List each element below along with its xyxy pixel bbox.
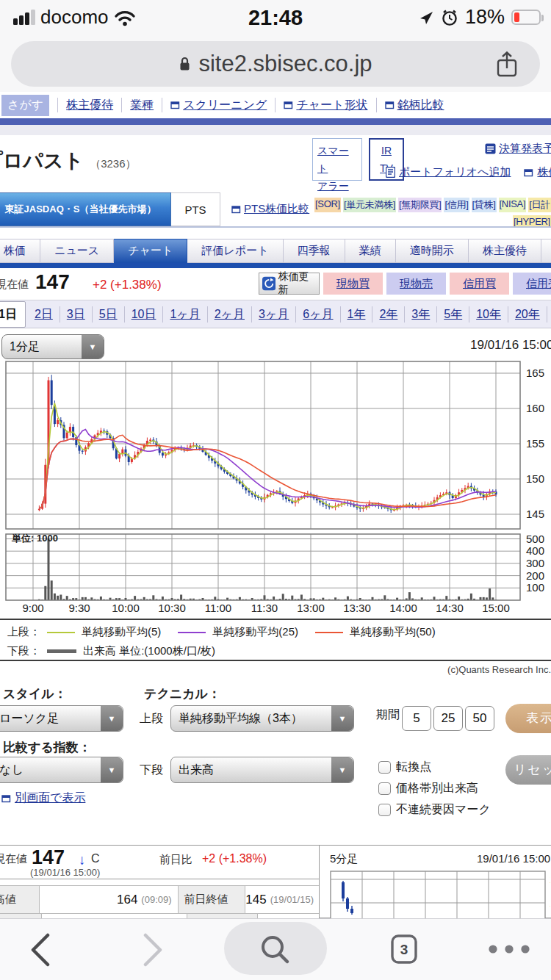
page-tab-0[interactable]: 株価 [0, 239, 40, 263]
period-option-7[interactable]: 3ヶ月 [252, 306, 296, 323]
ma-name: 単純移動平均(5) [82, 625, 161, 639]
trade-button-2[interactable]: 信用買 [450, 273, 509, 295]
chart-legend: 上段：単純移動平均(5)単純移動平均(25)単純移動平均(50) 下段： 出来高… [0, 619, 551, 661]
legend-upper-label: 上段： [7, 625, 40, 639]
ma-name: 単純移動平均(50) [350, 625, 436, 639]
share-icon[interactable] [494, 50, 519, 79]
style-label: スタイル： [3, 685, 67, 702]
period-option-4[interactable]: 10日 [125, 306, 164, 323]
open-in-new-window-link[interactable]: 別画面で表示 [1, 790, 85, 806]
address-bar[interactable]: site2.sbisec.co.jp [11, 41, 540, 87]
search-button[interactable] [224, 922, 327, 975]
period-option-12[interactable]: 5年 [437, 306, 469, 323]
nav-item-2[interactable]: 業種 [130, 98, 154, 113]
earnings-link-label[interactable]: 決算発表予定 [499, 142, 551, 156]
period-option-9[interactable]: 1年 [341, 306, 373, 323]
period-input-1[interactable]: 25 [433, 706, 463, 731]
svg-text:165: 165 [526, 367, 544, 379]
chevron-down-icon: ▼ [331, 757, 353, 782]
nav-item-4[interactable]: チャート形状 [284, 98, 367, 113]
prev-close-label-cell: 前日終値 [179, 886, 246, 913]
period-option-2[interactable]: 3日 [60, 306, 93, 323]
market-badge: [単元未満株] [343, 198, 396, 212]
pts-compare-label[interactable]: PTS株価比較 [244, 202, 309, 216]
page-tab-4[interactable]: 四季報 [284, 239, 345, 263]
period-option-5[interactable]: 1ヶ月 [163, 306, 207, 323]
chart-options: 転換点価格帯別出来高不連続要因マーク [378, 757, 491, 821]
refresh-quote-button[interactable]: 株価更新 [259, 273, 320, 295]
volume-swatch [47, 649, 76, 653]
checkbox-icon[interactable] [378, 804, 391, 816]
current-price-value: 147 [35, 270, 70, 294]
period-option-11[interactable]: 3年 [405, 306, 437, 323]
market-tab-row: 東証JASDAQ・S（当社優先市場） PTS PTS株価比較 [SOR][単元未… [0, 192, 551, 226]
checkbox-icon[interactable] [378, 782, 391, 795]
smart-alert-line1[interactable]: スマート [317, 142, 357, 177]
market-tab-pts[interactable]: PTS [171, 192, 220, 226]
period-option-0[interactable]: 1日 [0, 301, 26, 328]
period-option-13[interactable]: 10年 [469, 306, 508, 323]
alarm-icon [441, 9, 458, 26]
page-tab-5[interactable]: 業績 [345, 239, 396, 263]
high-value-cell: 164(09:09) [40, 886, 179, 913]
page-tab-8[interactable]: 分析 [541, 239, 551, 263]
site-nav: さがす株主優待業種スクリーニングチャート形状銘柄比較 [0, 92, 551, 118]
market-tab-primary[interactable]: 東証JASDAQ・S（当社優先市場） [0, 192, 171, 226]
compare-select[interactable]: なし ▼ [0, 757, 123, 783]
page-tab-label: 株主優待 [483, 244, 527, 258]
price-page-link[interactable]: 株価 [537, 165, 551, 179]
address-bar-area: site2.sbisec.co.jp [0, 37, 551, 92]
page-tab-2[interactable]: チャート [114, 239, 187, 263]
svg-text:100: 100 [526, 581, 544, 594]
earnings-announcement-link[interactable]: 決算発表予定 [485, 142, 551, 156]
back-button[interactable] [24, 929, 57, 970]
mini-chart-panel: 5分足 19/01/16 15:00 160150 [319, 845, 551, 918]
legend-volume-label: 出来高 単位:(1000株/口/枚) [83, 644, 215, 658]
period-option-1[interactable]: 2日 [28, 306, 60, 323]
reset-button[interactable]: リセット [505, 755, 551, 785]
portfolio-icon [386, 167, 395, 178]
checkbox-option-0[interactable]: 転換点 [378, 757, 491, 778]
period-input-2[interactable]: 50 [465, 706, 494, 731]
pts-compare-link[interactable]: PTS株価比較 [231, 202, 309, 216]
portfolio-add-link[interactable]: ポートフォリオへ追加 [399, 165, 511, 179]
nav-item-label: 銘柄比較 [397, 98, 444, 113]
nav-item-3[interactable]: スクリーニング [170, 98, 267, 113]
trade-button-3[interactable]: 信用売 [513, 273, 551, 295]
checkbox-option-2[interactable]: 不連続要因マーク [378, 799, 491, 821]
url-text: site2.sbisec.co.jp [198, 51, 372, 77]
style-select[interactable]: ローソク足 ▼ [0, 705, 123, 732]
period-option-3[interactable]: 5日 [93, 306, 125, 323]
stock-code: （3236） [90, 157, 136, 170]
smart-alert-link[interactable]: スマート アラート [312, 138, 362, 181]
nav-item-5[interactable]: 銘柄比較 [385, 98, 444, 113]
forward-button[interactable] [136, 929, 170, 970]
trade-button-1[interactable]: 現物売 [386, 273, 446, 295]
active-tab-bar [0, 263, 551, 268]
ir-link[interactable]: IR [370, 142, 403, 159]
tabs-button[interactable]: 3 [388, 931, 420, 968]
checkbox-icon[interactable] [378, 761, 391, 774]
period-option-6[interactable]: 2ヶ月 [208, 306, 252, 323]
nav-item-1[interactable]: 株主優待 [66, 98, 113, 113]
period-option-14[interactable]: 20年 [508, 306, 547, 323]
page-tab-7[interactable]: 株主優待 [469, 239, 541, 263]
nav-item-0[interactable]: さがす [1, 95, 49, 116]
upper-indicator-select[interactable]: 単純移動平均線（3本） ▼ [170, 705, 354, 732]
period-input-0[interactable]: 5 [402, 706, 431, 731]
more-options-button[interactable] [486, 943, 532, 956]
page-tab-1[interactable]: ニュース [40, 239, 114, 263]
period-option-8[interactable]: 6ヶ月 [296, 306, 340, 323]
show-button[interactable]: 表示 [505, 704, 551, 733]
interval-select[interactable]: 1分足 ▼ [1, 334, 104, 359]
search-icon [258, 932, 293, 968]
svg-text:160: 160 [526, 402, 544, 414]
checkbox-option-1[interactable]: 価格帯別出来高 [378, 778, 491, 799]
page-tab-6[interactable]: 適時開示 [396, 239, 469, 263]
period-option-10[interactable]: 2年 [372, 306, 405, 323]
trade-button-0[interactable]: 現物買 [323, 273, 383, 295]
popup-link-label[interactable]: 別画面で表示 [15, 790, 85, 806]
period-option-15[interactable]: 30年 [547, 306, 551, 323]
lower-indicator-select[interactable]: 出来高 ▼ [170, 757, 354, 783]
page-tab-3[interactable]: 評価レポート [187, 239, 283, 263]
